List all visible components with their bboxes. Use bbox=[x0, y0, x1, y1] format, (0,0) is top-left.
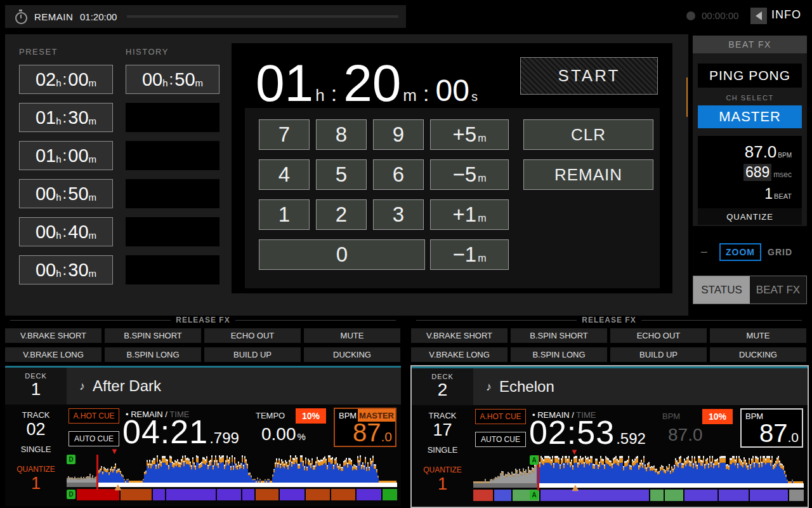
playhead bbox=[96, 455, 98, 490]
timer-colon: : bbox=[423, 81, 429, 106]
release-fx-button-v-brake-long[interactable]: V.BRAKE LONG bbox=[411, 347, 508, 362]
keypad-button-3[interactable]: 3 bbox=[373, 199, 424, 230]
release-fx-button-ducking[interactable]: DUCKING bbox=[304, 347, 400, 362]
preset-time-button[interactable]: 01h:00m bbox=[19, 141, 113, 170]
phrase-segment bbox=[789, 490, 804, 501]
zoom-minus-icon[interactable]: − bbox=[700, 245, 708, 260]
hot-cue-marker-icon: ▲ bbox=[570, 483, 580, 493]
release-fx-button-echo-out[interactable]: ECHO OUT bbox=[610, 328, 707, 343]
cue-point-marker-icon: ▼ bbox=[110, 447, 119, 455]
keypad-button-minus5[interactable]: −5m bbox=[430, 159, 509, 190]
phrase-segment bbox=[684, 490, 717, 501]
keypad-button-plus5[interactable]: +5m bbox=[430, 119, 509, 150]
quantize-toggle[interactable]: QUANTIZE bbox=[698, 208, 802, 225]
history-time-button[interactable]: 00h:50m bbox=[126, 65, 219, 94]
history-slot-empty bbox=[126, 103, 219, 132]
release-fx-button-build-up[interactable]: BUILD UP bbox=[610, 347, 707, 362]
countdown-status-bar: REMAIN 01:20:00 bbox=[5, 5, 406, 28]
info-label: INFO bbox=[771, 8, 801, 22]
keypad-button-7[interactable]: 7 bbox=[259, 119, 310, 150]
remain-label: REMAIN bbox=[34, 11, 73, 22]
fx-bpm-value: 87.0 bbox=[745, 142, 777, 162]
preset-time-button[interactable]: 00h:30m bbox=[19, 255, 113, 284]
phrase-segment bbox=[540, 490, 649, 501]
memory-cue-badge: D bbox=[67, 490, 75, 499]
timer-seconds: 00 bbox=[435, 73, 469, 108]
phrase-segment bbox=[473, 490, 493, 501]
preset-list: 02h:00m01h:30m01h:00m00h:50m00h:40m00h:3… bbox=[19, 65, 113, 293]
cue-point-marker-icon: ▼ bbox=[570, 448, 579, 456]
keypad-button-minus1[interactable]: −1m bbox=[430, 239, 509, 270]
release-fx-title: RELEASE FX bbox=[5, 316, 401, 324]
clr-button[interactable]: CLR bbox=[523, 119, 653, 150]
release-fx-grid: V.BRAKE SHORTB.SPIN SHORTECHO OUTMUTEV.B… bbox=[5, 328, 401, 362]
release-fx-button-v-brake-short[interactable]: V.BRAKE SHORT bbox=[411, 328, 508, 343]
release-fx-button-b-spin-long[interactable]: B.SPIN LONG bbox=[105, 347, 201, 362]
timer-seconds-unit: s bbox=[471, 90, 478, 104]
phrase-bar[interactable]: A bbox=[473, 490, 804, 501]
grid-toggle[interactable]: GRID bbox=[768, 247, 792, 257]
release-fx-button-mute[interactable]: MUTE bbox=[710, 328, 806, 343]
bpm-frac: .0 bbox=[787, 430, 799, 445]
hot-cue-button[interactable]: A.HOT CUE bbox=[475, 409, 526, 424]
release-fx-button-b-spin-short[interactable]: B.SPIN SHORT bbox=[511, 328, 607, 343]
preset-time-button[interactable]: 00h:40m bbox=[19, 217, 113, 246]
zoom-toggle[interactable]: ZOOM bbox=[719, 243, 761, 261]
hot-cue-marker-icon: ▲ bbox=[113, 482, 123, 492]
track-number: 17 bbox=[412, 420, 473, 440]
keypad-button-1[interactable]: 1 bbox=[259, 199, 310, 230]
right-panel-tabs: STATUS BEAT FX bbox=[693, 276, 807, 304]
tempo-value: 87.0 bbox=[668, 425, 704, 445]
preset-time-button[interactable]: 02h:00m bbox=[19, 65, 113, 94]
info-back-button[interactable] bbox=[750, 8, 767, 24]
release-fx-button-v-brake-long[interactable]: V.BRAKE LONG bbox=[5, 347, 102, 362]
ch-select-value-button[interactable]: MASTER bbox=[698, 105, 802, 128]
tab-beat-fx[interactable]: BEAT FX bbox=[750, 276, 806, 304]
record-time: 00:00:00 bbox=[702, 10, 738, 21]
release-fx-button-build-up[interactable]: BUILD UP bbox=[204, 347, 301, 362]
music-note-icon: ♪ bbox=[486, 380, 492, 394]
remain-button[interactable]: REMAIN bbox=[523, 159, 653, 190]
keypad-button-2[interactable]: 2 bbox=[316, 199, 367, 230]
quantize-value: 1 bbox=[5, 474, 67, 493]
hot-cue-button[interactable]: A.HOT CUE bbox=[69, 408, 119, 424]
track-time: 02:53 .592 bbox=[529, 416, 646, 449]
release-fx-button-mute[interactable]: MUTE bbox=[304, 328, 400, 343]
release-fx-button-b-spin-short[interactable]: B.SPIN SHORT bbox=[105, 328, 201, 343]
auto-cue-button[interactable]: AUTO CUE bbox=[475, 432, 526, 447]
quantize-label: QUANTIZE bbox=[412, 465, 473, 474]
timer-hours: 01 bbox=[256, 58, 313, 108]
tab-status[interactable]: STATUS bbox=[693, 276, 750, 304]
release-fx-section-left: RELEASE FX V.BRAKE SHORTB.SPIN SHORTECHO… bbox=[5, 316, 401, 364]
deck-number-block: DECK 2 bbox=[412, 368, 473, 405]
history-slot-empty bbox=[126, 141, 219, 170]
timer-colon: : bbox=[331, 81, 337, 106]
release-fx-button-echo-out[interactable]: ECHO OUT bbox=[204, 328, 301, 343]
waveform-display[interactable] bbox=[473, 455, 803, 483]
release-fx-button-v-brake-short[interactable]: V.BRAKE SHORT bbox=[5, 328, 102, 343]
auto-cue-button[interactable]: AUTO CUE bbox=[69, 431, 119, 446]
release-fx-button-ducking[interactable]: DUCKING bbox=[710, 347, 806, 362]
keypad-button-9[interactable]: 9 bbox=[373, 119, 424, 150]
keypad-button-5[interactable]: 5 bbox=[316, 159, 367, 190]
play-mode: SINGLE bbox=[412, 445, 473, 455]
keypad-button-4[interactable]: 4 bbox=[259, 159, 310, 190]
track-number: 02 bbox=[5, 420, 67, 439]
fx-msec-unit: msec bbox=[773, 170, 792, 179]
start-button[interactable]: START bbox=[520, 57, 658, 95]
release-fx-button-b-spin-long[interactable]: B.SPIN LONG bbox=[511, 347, 607, 362]
keypad-button-0[interactable]: 0 bbox=[259, 239, 425, 270]
bpm-frac: .0 bbox=[381, 429, 392, 444]
keypad-button-8[interactable]: 8 bbox=[316, 119, 367, 150]
waveform-display[interactable] bbox=[67, 455, 396, 483]
preset-time-button[interactable]: 00h:50m bbox=[19, 179, 113, 208]
tempo-label: BPM bbox=[662, 411, 680, 421]
keypad-button-6[interactable]: 6 bbox=[373, 159, 424, 190]
countdown-timer-panel: PRESET HISTORY 02h:00m01h:30m01h:00m00h:… bbox=[5, 34, 688, 316]
keypad-button-plus1[interactable]: +1m bbox=[430, 199, 509, 230]
deck-title-bar[interactable]: ♪ After Dark bbox=[67, 368, 401, 404]
phrase-segment bbox=[750, 490, 788, 501]
track-title: Echelon bbox=[499, 378, 554, 396]
deck-title-bar[interactable]: ♪ Echelon bbox=[473, 368, 808, 405]
preset-time-button[interactable]: 01h:30m bbox=[19, 103, 113, 132]
